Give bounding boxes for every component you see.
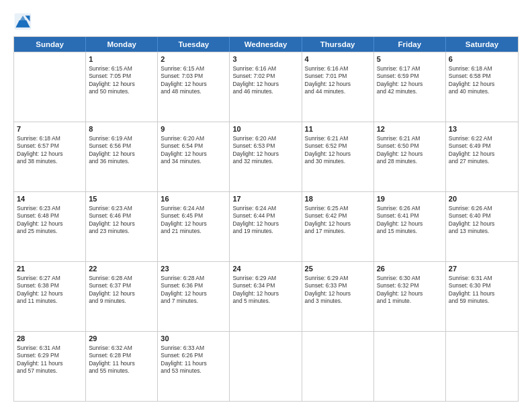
calendar-body: 1Sunrise: 6:15 AMSunset: 7:05 PMDaylight… xyxy=(14,52,518,401)
cell-content: Sunrise: 6:21 AM xyxy=(305,135,371,142)
calendar-cell: 25Sunrise: 6:29 AMSunset: 6:33 PMDayligh… xyxy=(302,262,374,331)
day-number: 19 xyxy=(377,194,443,204)
cell-content: Sunset: 6:32 PM xyxy=(377,282,443,289)
cell-content: and 42 minutes. xyxy=(377,88,443,95)
cell-content: and 30 minutes. xyxy=(305,158,371,165)
day-number: 5 xyxy=(377,54,443,64)
cell-content: Sunset: 6:26 PM xyxy=(161,352,226,359)
cell-content: Daylight: 12 hours xyxy=(305,81,371,88)
cell-content: Daylight: 12 hours xyxy=(89,290,154,298)
calendar-cell: 29Sunrise: 6:32 AMSunset: 6:28 PMDayligh… xyxy=(86,332,158,401)
cell-content: Sunset: 6:33 PM xyxy=(305,282,371,289)
cell-content: and 46 minutes. xyxy=(232,88,298,95)
cell-content: Sunrise: 6:23 AM xyxy=(17,205,83,212)
cell-content: and 36 minutes. xyxy=(89,158,154,165)
cell-content: Sunset: 6:58 PM xyxy=(449,73,515,80)
calendar-cell: 2Sunrise: 6:15 AMSunset: 7:03 PMDaylight… xyxy=(158,52,230,122)
calendar-header: SundayMondayTuesdayWednesdayThursdayFrid… xyxy=(14,37,518,52)
cell-content: Sunset: 6:41 PM xyxy=(377,212,443,220)
cell-content: Sunset: 6:36 PM xyxy=(161,282,226,289)
cell-content: Daylight: 12 hours xyxy=(17,220,83,228)
calendar-cell xyxy=(446,332,518,401)
cell-content: Sunrise: 6:32 AM xyxy=(89,345,154,352)
cell-content: Sunrise: 6:18 AM xyxy=(449,65,515,73)
cell-content: Daylight: 12 hours xyxy=(305,150,371,158)
calendar-cell: 17Sunrise: 6:24 AMSunset: 6:44 PMDayligh… xyxy=(230,192,302,261)
cell-content: and 40 minutes. xyxy=(449,88,515,95)
cell-content: Sunset: 6:29 PM xyxy=(17,352,83,359)
cell-content: Daylight: 12 hours xyxy=(377,220,443,228)
calendar-week-1: 1Sunrise: 6:15 AMSunset: 7:05 PMDaylight… xyxy=(14,52,518,122)
cell-content: Sunset: 6:50 PM xyxy=(377,142,443,150)
calendar-week-4: 21Sunrise: 6:27 AMSunset: 6:38 PMDayligh… xyxy=(14,261,518,331)
cell-content: Sunrise: 6:23 AM xyxy=(89,205,154,212)
cell-content: Sunset: 6:56 PM xyxy=(89,142,154,150)
cell-content: Sunset: 6:48 PM xyxy=(17,212,83,220)
cell-content: Daylight: 12 hours xyxy=(305,220,371,228)
cell-content: Daylight: 12 hours xyxy=(232,220,298,228)
cell-content: Sunrise: 6:20 AM xyxy=(232,135,298,142)
cell-content: Sunrise: 6:26 AM xyxy=(377,205,443,212)
cell-content: and 23 minutes. xyxy=(89,228,154,235)
calendar-cell: 16Sunrise: 6:24 AMSunset: 6:45 PMDayligh… xyxy=(158,192,230,261)
calendar-header-day: Thursday xyxy=(302,37,374,52)
cell-content: and 27 minutes. xyxy=(449,158,515,165)
cell-content: Sunset: 6:28 PM xyxy=(89,352,154,359)
calendar-header-day: Wednesday xyxy=(230,37,302,52)
calendar-cell: 8Sunrise: 6:19 AMSunset: 6:56 PMDaylight… xyxy=(86,122,158,191)
cell-content: Daylight: 12 hours xyxy=(449,150,515,158)
calendar-week-5: 28Sunrise: 6:31 AMSunset: 6:29 PMDayligh… xyxy=(14,331,518,401)
cell-content: Sunrise: 6:28 AM xyxy=(161,275,226,282)
logo-icon xyxy=(13,12,32,31)
cell-content: Daylight: 12 hours xyxy=(232,290,298,298)
calendar-cell xyxy=(374,332,446,401)
cell-content: Sunrise: 6:19 AM xyxy=(89,135,154,142)
calendar-cell: 9Sunrise: 6:20 AMSunset: 6:54 PMDaylight… xyxy=(158,122,230,191)
cell-content: and 13 minutes. xyxy=(449,228,515,235)
day-number: 29 xyxy=(89,334,154,344)
cell-content: and 19 minutes. xyxy=(232,228,298,235)
calendar-cell: 6Sunrise: 6:18 AMSunset: 6:58 PMDaylight… xyxy=(446,52,518,122)
cell-content: Sunrise: 6:16 AM xyxy=(305,65,371,73)
cell-content: Sunset: 6:46 PM xyxy=(89,212,154,220)
cell-content: Sunset: 6:44 PM xyxy=(232,212,298,220)
cell-content: Sunrise: 6:24 AM xyxy=(161,205,226,212)
calendar-cell: 15Sunrise: 6:23 AMSunset: 6:46 PMDayligh… xyxy=(86,192,158,261)
cell-content: and 44 minutes. xyxy=(305,88,371,95)
cell-content: Sunrise: 6:31 AM xyxy=(449,275,515,282)
day-number: 9 xyxy=(161,124,226,134)
cell-content: Sunrise: 6:20 AM xyxy=(161,135,226,142)
calendar-cell: 4Sunrise: 6:16 AMSunset: 7:01 PMDaylight… xyxy=(302,52,374,122)
cell-content: Sunset: 6:54 PM xyxy=(161,142,226,150)
day-number: 14 xyxy=(17,194,83,204)
cell-content: Sunrise: 6:21 AM xyxy=(377,135,443,142)
cell-content: Daylight: 12 hours xyxy=(89,150,154,158)
cell-content: Sunrise: 6:31 AM xyxy=(17,345,83,352)
cell-content: Daylight: 11 hours xyxy=(449,290,515,298)
cell-content: Daylight: 12 hours xyxy=(89,220,154,228)
calendar-header-day: Saturday xyxy=(446,37,518,52)
cell-content: and 53 minutes. xyxy=(161,367,226,375)
cell-content: Daylight: 12 hours xyxy=(449,81,515,88)
cell-content: Sunrise: 6:16 AM xyxy=(232,65,298,73)
cell-content: and 5 minutes. xyxy=(232,298,298,305)
cell-content: Daylight: 11 hours xyxy=(89,360,154,367)
calendar-week-2: 7Sunrise: 6:18 AMSunset: 6:57 PMDaylight… xyxy=(14,122,518,191)
day-number: 4 xyxy=(305,54,371,64)
cell-content: and 9 minutes. xyxy=(89,298,154,305)
day-number: 3 xyxy=(232,54,298,64)
calendar-cell: 30Sunrise: 6:33 AMSunset: 6:26 PMDayligh… xyxy=(158,332,230,401)
cell-content: and 48 minutes. xyxy=(161,88,226,95)
day-number: 22 xyxy=(89,264,154,274)
day-number: 28 xyxy=(17,334,83,344)
calendar-cell: 26Sunrise: 6:30 AMSunset: 6:32 PMDayligh… xyxy=(374,262,446,331)
cell-content: Daylight: 12 hours xyxy=(161,150,226,158)
calendar-header-day: Sunday xyxy=(14,37,86,52)
cell-content: Sunrise: 6:28 AM xyxy=(89,275,154,282)
day-number: 12 xyxy=(377,124,443,134)
cell-content: and 15 minutes. xyxy=(377,228,443,235)
cell-content: Sunrise: 6:33 AM xyxy=(161,345,226,352)
cell-content: Sunset: 7:03 PM xyxy=(161,73,226,80)
cell-content: and 32 minutes. xyxy=(232,158,298,165)
day-number: 11 xyxy=(305,124,371,134)
